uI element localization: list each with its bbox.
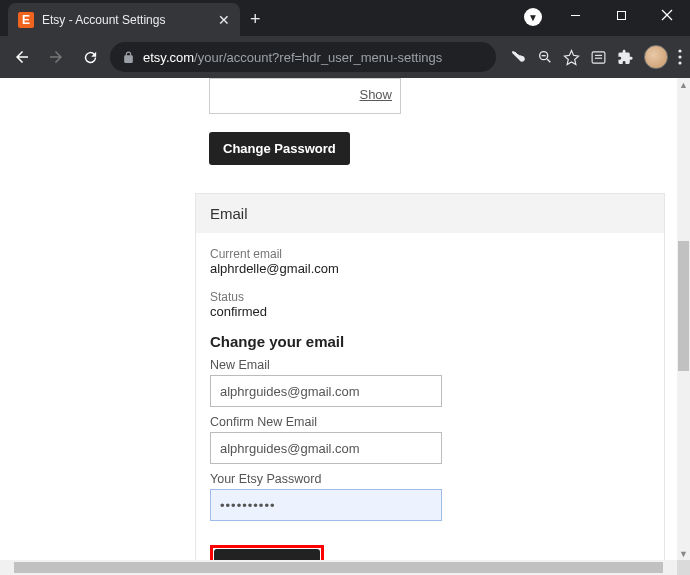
change-email-highlight: Change Email bbox=[210, 545, 324, 560]
maximize-button[interactable] bbox=[598, 0, 644, 30]
new-email-label: New Email bbox=[210, 358, 650, 372]
back-button[interactable] bbox=[8, 43, 36, 71]
close-tab-icon[interactable]: ✕ bbox=[218, 12, 230, 28]
scroll-up-icon[interactable]: ▲ bbox=[677, 78, 690, 91]
extensions-icon[interactable] bbox=[617, 49, 634, 66]
menu-icon[interactable] bbox=[678, 49, 682, 65]
change-email-heading: Change your email bbox=[210, 333, 650, 350]
page-viewport: Show Change Password Email Current email… bbox=[0, 78, 690, 560]
reload-button[interactable] bbox=[76, 43, 104, 71]
change-password-button[interactable]: Change Password bbox=[209, 132, 350, 165]
change-email-button[interactable]: Change Email bbox=[214, 549, 320, 560]
new-email-input[interactable] bbox=[210, 375, 442, 407]
tab-strip: E Etsy - Account Settings ✕ + ▼ bbox=[0, 0, 690, 36]
toolbar-right-icons bbox=[510, 45, 682, 69]
browser-chrome: E Etsy - Account Settings ✕ + ▼ etsy.com… bbox=[0, 0, 690, 78]
url-text: etsy.com/your/account?ref=hdr_user_menu-… bbox=[143, 50, 442, 65]
lock-icon bbox=[122, 51, 135, 64]
horizontal-scroll-thumb[interactable] bbox=[14, 562, 663, 573]
status-value: confirmed bbox=[210, 304, 650, 319]
browser-toolbar: etsy.com/your/account?ref=hdr_user_menu-… bbox=[0, 36, 690, 78]
show-password-link[interactable]: Show bbox=[359, 87, 392, 102]
vertical-scrollbar[interactable]: ▲ ▼ bbox=[677, 78, 690, 560]
reader-icon[interactable] bbox=[590, 49, 607, 66]
scrollbar-corner bbox=[677, 560, 690, 575]
horizontal-scrollbar[interactable] bbox=[0, 560, 677, 575]
etsy-favicon: E bbox=[18, 12, 34, 28]
forward-button[interactable] bbox=[42, 43, 70, 71]
status-label: Status bbox=[210, 290, 650, 304]
minimize-button[interactable] bbox=[552, 0, 598, 30]
email-heading: Email bbox=[196, 194, 664, 233]
settings-content: Show Change Password Email Current email… bbox=[195, 78, 665, 560]
zoom-icon[interactable] bbox=[537, 49, 553, 65]
profile-avatar[interactable] bbox=[644, 45, 668, 69]
window-controls bbox=[552, 0, 690, 30]
confirm-email-input[interactable] bbox=[210, 432, 442, 464]
current-email-label: Current email bbox=[210, 247, 650, 261]
email-section: Email Current email alphrdelle@gmail.com… bbox=[195, 193, 665, 560]
account-dropdown-icon[interactable]: ▼ bbox=[524, 8, 542, 26]
confirm-email-label: Confirm New Email bbox=[210, 415, 650, 429]
etsy-password-input[interactable] bbox=[210, 489, 442, 521]
svg-point-11 bbox=[678, 55, 681, 58]
confirm-password-field[interactable]: Show bbox=[209, 78, 401, 114]
svg-point-12 bbox=[678, 61, 681, 64]
tab-title: Etsy - Account Settings bbox=[42, 13, 210, 27]
address-bar[interactable]: etsy.com/your/account?ref=hdr_user_menu-… bbox=[110, 42, 496, 72]
svg-rect-7 bbox=[592, 51, 605, 62]
scroll-down-icon[interactable]: ▼ bbox=[677, 547, 690, 560]
svg-rect-1 bbox=[617, 11, 625, 19]
new-tab-button[interactable]: + bbox=[250, 9, 261, 30]
svg-point-10 bbox=[678, 49, 681, 52]
svg-line-5 bbox=[547, 59, 550, 62]
vertical-scroll-thumb[interactable] bbox=[678, 241, 689, 371]
key-icon[interactable] bbox=[510, 49, 527, 66]
bookmark-star-icon[interactable] bbox=[563, 49, 580, 66]
etsy-password-label: Your Etsy Password bbox=[210, 472, 650, 486]
current-email-value: alphrdelle@gmail.com bbox=[210, 261, 650, 276]
close-window-button[interactable] bbox=[644, 0, 690, 30]
browser-tab[interactable]: E Etsy - Account Settings ✕ bbox=[8, 3, 240, 36]
